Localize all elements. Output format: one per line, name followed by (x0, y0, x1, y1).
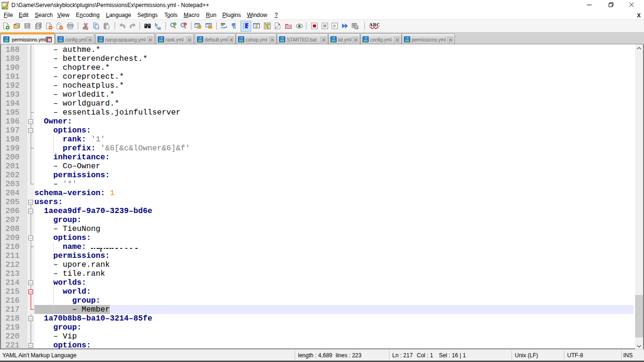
svg-text:UG: UG (355, 27, 358, 29)
svg-text:ABC: ABC (369, 22, 380, 27)
svg-text:a: a (158, 25, 161, 30)
svg-text:h: h (155, 22, 157, 27)
